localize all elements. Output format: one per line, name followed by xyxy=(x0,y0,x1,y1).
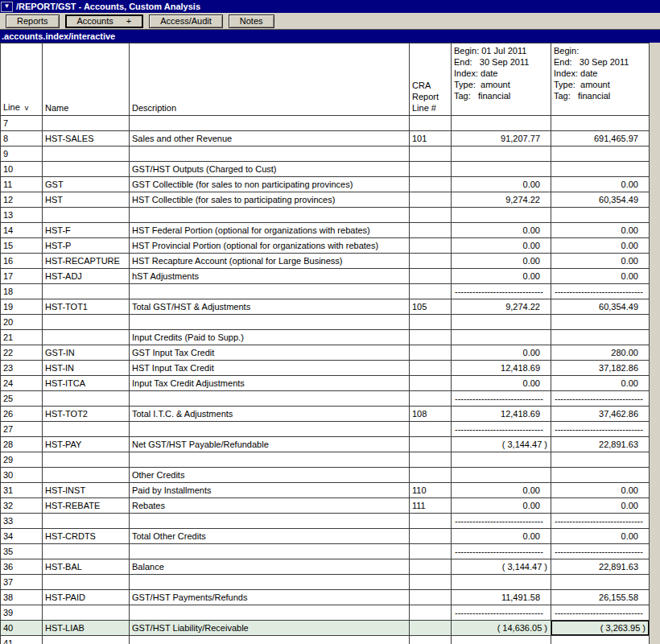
row-number-cell[interactable]: 21 xyxy=(1,330,43,345)
amount-period1-cell[interactable]: 12,418.69 xyxy=(452,361,551,376)
row-number-cell[interactable]: 25 xyxy=(1,391,43,407)
amount-period2-cell[interactable]: 37,182.86 xyxy=(551,361,650,376)
account-name-cell[interactable]: HST-CRDTS xyxy=(43,529,130,544)
row-number-cell[interactable]: 12 xyxy=(1,192,43,208)
cra-line-cell[interactable] xyxy=(410,621,452,636)
account-name-cell[interactable]: HST-IN xyxy=(43,361,130,376)
description-cell[interactable]: Other Credits xyxy=(130,468,410,483)
account-name-cell[interactable] xyxy=(43,468,130,483)
window-menu-button[interactable]: ▼ xyxy=(1,2,13,12)
amount-period1-cell[interactable] xyxy=(452,636,551,644)
account-name-cell[interactable]: HST-REBATE xyxy=(43,498,130,514)
account-name-cell[interactable] xyxy=(43,452,130,468)
description-cell[interactable] xyxy=(130,422,410,437)
description-cell[interactable]: GST/HST Outputs (Charged to Cust) xyxy=(130,162,410,177)
row-number-cell[interactable]: 31 xyxy=(1,483,43,498)
tab-reports[interactable]: Reports xyxy=(6,14,60,28)
cra-line-cell[interactable] xyxy=(410,452,452,468)
cra-line-cell[interactable]: 108 xyxy=(410,407,452,422)
account-name-cell[interactable] xyxy=(43,162,130,177)
amount-period2-cell[interactable]: ------------------------------ xyxy=(551,514,650,529)
amount-period2-cell[interactable] xyxy=(551,162,650,177)
amount-period2-cell[interactable] xyxy=(551,116,650,131)
cra-line-cell[interactable] xyxy=(410,223,452,238)
description-cell[interactable] xyxy=(130,315,410,330)
row-number-cell[interactable]: 22 xyxy=(1,345,43,361)
cra-line-cell[interactable] xyxy=(410,559,452,575)
amount-period2-cell[interactable]: 0.00 xyxy=(551,269,650,284)
cra-line-cell[interactable] xyxy=(410,177,452,192)
amount-period2-cell[interactable]: 280.00 xyxy=(551,345,650,361)
amount-period1-cell[interactable]: ( 3,144.47 ) xyxy=(452,559,551,575)
amount-period1-cell[interactable] xyxy=(452,330,551,345)
description-cell[interactable]: HST Federal Portion (optional for organi… xyxy=(130,223,410,238)
amount-period1-cell[interactable]: ( 3,144.47 ) xyxy=(452,437,551,452)
amount-period2-cell[interactable]: 60,354.49 xyxy=(551,299,650,315)
amount-period2-cell[interactable]: 0.00 xyxy=(551,223,650,238)
row-number-cell[interactable]: 18 xyxy=(1,284,43,299)
account-name-cell[interactable]: HST-SALES xyxy=(43,131,130,147)
account-name-cell[interactable]: HST-PAID xyxy=(43,590,130,605)
description-cell[interactable] xyxy=(130,544,410,559)
column-header-line[interactable]: Linev xyxy=(1,43,43,116)
amount-period2-cell[interactable]: 0.00 xyxy=(551,177,650,192)
amount-period2-cell[interactable] xyxy=(551,468,650,483)
cra-line-cell[interactable] xyxy=(410,192,452,208)
account-name-cell[interactable]: HST-INST xyxy=(43,483,130,498)
cra-line-cell[interactable] xyxy=(410,391,452,407)
amount-period2-cell[interactable] xyxy=(551,575,650,590)
description-cell[interactable] xyxy=(130,284,410,299)
cra-line-cell[interactable] xyxy=(410,514,452,529)
row-number-cell[interactable]: 41 xyxy=(1,636,43,644)
row-number-cell[interactable]: 15 xyxy=(1,238,43,254)
amount-period2-cell[interactable] xyxy=(551,147,650,162)
amount-period2-cell[interactable]: 37,462.86 xyxy=(551,407,650,422)
amount-period1-cell[interactable]: 9,274.22 xyxy=(452,299,551,315)
tab-access-audit[interactable]: Access/Audit xyxy=(149,14,223,28)
row-number-cell[interactable]: 36 xyxy=(1,559,43,575)
cra-line-cell[interactable] xyxy=(410,284,452,299)
amount-period2-cell[interactable]: ( 3,263.95 ) xyxy=(551,621,650,636)
amount-period1-cell[interactable]: ------------------------------ xyxy=(452,605,551,621)
amount-period2-cell[interactable]: ------------------------------ xyxy=(551,605,650,621)
row-number-cell[interactable]: 35 xyxy=(1,544,43,559)
cra-line-cell[interactable] xyxy=(410,376,452,391)
cra-line-cell[interactable] xyxy=(410,590,452,605)
account-name-cell[interactable]: HST-PAY xyxy=(43,437,130,452)
amount-period1-cell[interactable]: 11,491.58 xyxy=(452,590,551,605)
description-cell[interactable]: HST Collectible (for sales to participat… xyxy=(130,192,410,208)
cra-line-cell[interactable] xyxy=(410,468,452,483)
row-number-cell[interactable]: 33 xyxy=(1,514,43,529)
cra-line-cell[interactable] xyxy=(410,254,452,269)
amount-period2-cell[interactable]: 0.00 xyxy=(551,529,650,544)
row-number-cell[interactable]: 8 xyxy=(1,131,43,147)
description-cell[interactable]: Paid by Installments xyxy=(130,483,410,498)
row-number-cell[interactable]: 27 xyxy=(1,422,43,437)
description-cell[interactable] xyxy=(130,605,410,621)
description-cell[interactable]: Input Credits (Paid to Supp.) xyxy=(130,330,410,345)
amount-period1-cell[interactable]: ------------------------------ xyxy=(452,391,551,407)
row-number-cell[interactable]: 28 xyxy=(1,437,43,452)
cra-line-cell[interactable] xyxy=(410,605,452,621)
description-cell[interactable]: HST Recapture Account (optional for Larg… xyxy=(130,254,410,269)
description-cell[interactable] xyxy=(130,208,410,223)
amount-period1-cell[interactable] xyxy=(452,147,551,162)
amount-period2-cell[interactable] xyxy=(551,636,650,644)
row-number-cell[interactable]: 9 xyxy=(1,147,43,162)
amount-period1-cell[interactable]: 0.00 xyxy=(452,238,551,254)
row-number-cell[interactable]: 20 xyxy=(1,315,43,330)
description-cell[interactable] xyxy=(130,391,410,407)
account-name-cell[interactable] xyxy=(43,315,130,330)
amount-period2-cell[interactable]: 60,354.49 xyxy=(551,192,650,208)
row-number-cell[interactable]: 34 xyxy=(1,529,43,544)
description-cell[interactable] xyxy=(130,514,410,529)
amount-period2-cell[interactable]: ------------------------------ xyxy=(551,422,650,437)
amount-period1-cell[interactable] xyxy=(452,575,551,590)
description-cell[interactable]: GST/HST Liability/Receivable xyxy=(130,621,410,636)
amount-period2-cell[interactable] xyxy=(551,452,650,468)
amount-period1-cell[interactable]: 0.00 xyxy=(452,498,551,514)
cra-line-cell[interactable]: 111 xyxy=(410,498,452,514)
account-name-cell[interactable] xyxy=(43,208,130,223)
amount-period2-cell[interactable]: 0.00 xyxy=(551,376,650,391)
amount-period2-cell[interactable]: 0.00 xyxy=(551,498,650,514)
